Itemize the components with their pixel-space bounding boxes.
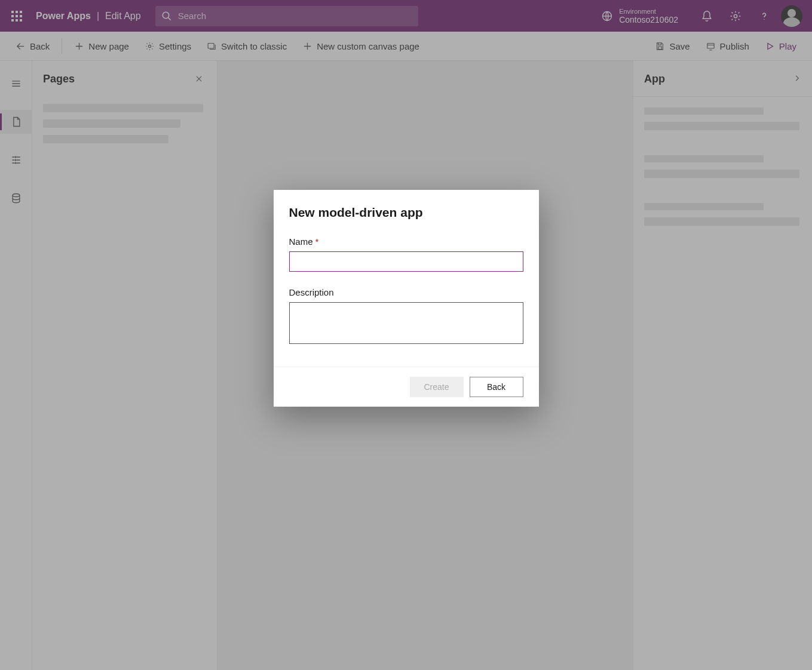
description-input[interactable] (289, 302, 523, 344)
required-marker: * (315, 236, 319, 247)
modal-overlay: New model-driven app Name * Description … (0, 0, 812, 670)
create-button: Create (410, 377, 464, 397)
name-input[interactable] (289, 251, 523, 272)
name-label-row: Name * (289, 236, 523, 247)
new-app-modal: New model-driven app Name * Description … (274, 190, 539, 407)
modal-back-button[interactable]: Back (470, 377, 523, 397)
name-label: Name (289, 236, 313, 247)
description-label: Description (289, 287, 523, 297)
modal-title: New model-driven app (289, 205, 523, 220)
